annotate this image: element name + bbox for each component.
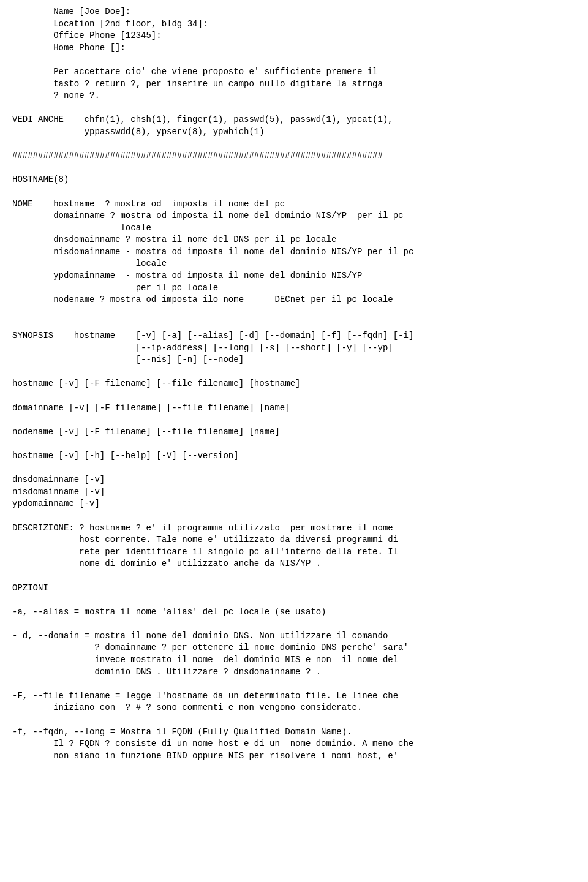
main-content: Name [Joe Doe]: Location [2nd floor, bld… [12,6,576,762]
